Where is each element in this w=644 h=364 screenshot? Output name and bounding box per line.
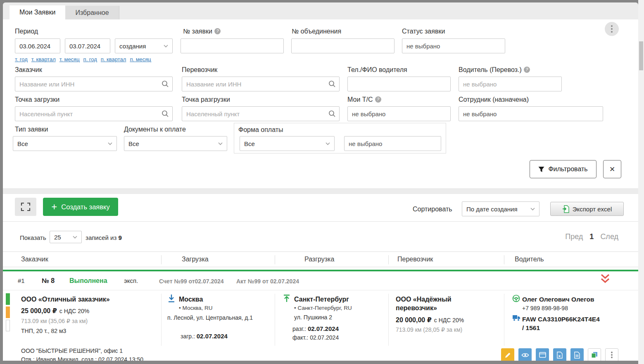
quick-link-prev-year[interactable]: п. год bbox=[83, 56, 97, 62]
quick-link-this-quarter[interactable]: т. квартал bbox=[31, 56, 56, 62]
owner-company: ООО "БЫСТРЫЕ РЕШЕНИЯ", офис 1 bbox=[21, 347, 123, 354]
help-icon[interactable] bbox=[214, 28, 221, 34]
status-bar-empty bbox=[6, 320, 10, 331]
truck-icon bbox=[512, 314, 520, 321]
customer-label: Заказчик bbox=[15, 66, 42, 74]
quick-link-this-year[interactable]: т. год bbox=[15, 56, 28, 62]
period-from-input[interactable] bbox=[15, 38, 60, 53]
pager: Пред 1 След bbox=[565, 232, 618, 241]
request-type-select[interactable]: Все bbox=[13, 136, 117, 151]
menu-dots-icon bbox=[611, 28, 613, 30]
tab-bar: Мои Заявки Избранное bbox=[3, 2, 638, 19]
carrier-input[interactable] bbox=[182, 77, 340, 91]
copy-button[interactable] bbox=[588, 348, 601, 361]
cargo-info: ТНП, 20 т., 82 м3 bbox=[21, 328, 66, 334]
carrier-distance: 713.09 км (28,05 ₽ за км) bbox=[396, 326, 462, 333]
doc-icon bbox=[574, 352, 580, 359]
request-type-label: Тип заявки bbox=[15, 126, 48, 133]
unloading-point-input[interactable] bbox=[182, 106, 340, 121]
edit-button[interactable] bbox=[501, 348, 514, 361]
sort-select[interactable]: По дате создания bbox=[462, 201, 539, 216]
my-vehicles-label: Мои Т/С bbox=[347, 96, 381, 103]
create-request-button[interactable]: Создать заявку bbox=[43, 198, 118, 216]
carrier-label: Перевозчик bbox=[182, 66, 217, 74]
customer-name: ООО «Отличный заказчик» bbox=[21, 295, 110, 304]
period-to-input[interactable] bbox=[65, 38, 110, 53]
export-excel-button[interactable]: Экспорт excel bbox=[550, 202, 624, 216]
panel-menu-button[interactable] bbox=[605, 22, 619, 36]
customer-input[interactable] bbox=[15, 77, 173, 91]
quick-link-prev-quarter[interactable]: п. квартал bbox=[101, 56, 126, 62]
filter-funnel-icon bbox=[538, 166, 544, 172]
payment-form-select[interactable]: Все bbox=[240, 136, 335, 151]
payment-docs-label: Документы к оплате bbox=[124, 126, 186, 133]
period-mode-select[interactable]: создания bbox=[115, 38, 173, 53]
loading-point-icon bbox=[167, 294, 176, 303]
help-icon[interactable] bbox=[524, 67, 530, 73]
trailer-number: / 1561 bbox=[522, 323, 540, 332]
employee-select[interactable]: не выбрано bbox=[459, 106, 603, 121]
column-divider bbox=[388, 294, 389, 346]
prev-page-button[interactable]: Пред bbox=[565, 232, 583, 241]
column-divider bbox=[388, 255, 389, 264]
filter-button[interactable]: Фильтровать bbox=[530, 160, 596, 178]
driver-select[interactable]: не выбрано bbox=[459, 77, 562, 91]
column-divider bbox=[504, 255, 504, 264]
row-index: #1 bbox=[18, 277, 25, 284]
column-divider bbox=[275, 294, 275, 346]
search-icon[interactable] bbox=[328, 80, 336, 88]
fullscreen-button[interactable] bbox=[15, 198, 36, 216]
unloading-point-label: Точка разгрузки bbox=[182, 96, 230, 103]
loading-point-input[interactable] bbox=[15, 106, 173, 121]
more-dots-icon bbox=[611, 354, 613, 356]
search-icon[interactable] bbox=[162, 80, 169, 88]
quick-link-prev-month[interactable]: п. месяц bbox=[130, 56, 151, 62]
search-icon[interactable] bbox=[328, 110, 336, 117]
column-divider bbox=[275, 255, 275, 264]
driver-phone-input[interactable] bbox=[347, 77, 451, 91]
app-window: Мои Заявки Избранное Период создания т. … bbox=[3, 2, 638, 361]
loading-region: Москва, RU bbox=[179, 305, 213, 311]
responsible-info: Отв.: Иванов Михаил, созд.: 02.07.2024 1… bbox=[21, 356, 143, 361]
customer-search bbox=[15, 77, 173, 91]
quick-link-this-month[interactable]: т. месяц bbox=[59, 56, 80, 62]
act-label: Акт №99 от 02.07.2024 bbox=[236, 278, 299, 285]
unloading-date: разг.: 02.07.2024 bbox=[292, 325, 339, 332]
tab-favorites[interactable]: Избранное bbox=[65, 6, 119, 19]
driver-label: Водитель (Перевоз.) bbox=[459, 66, 530, 74]
doc-excel-button[interactable] bbox=[553, 348, 566, 361]
collapse-row-button[interactable] bbox=[599, 274, 611, 285]
union-number-input[interactable] bbox=[291, 38, 394, 53]
more-button[interactable] bbox=[605, 348, 618, 361]
current-page[interactable]: 1 bbox=[589, 232, 594, 241]
reset-filter-button[interactable] bbox=[603, 160, 621, 178]
help-icon[interactable] bbox=[375, 96, 381, 103]
request-number-input[interactable] bbox=[181, 38, 284, 53]
doc-button[interactable] bbox=[570, 348, 584, 361]
col-driver: Водитель bbox=[515, 256, 544, 263]
page-size-select[interactable]: 25 bbox=[50, 231, 82, 243]
pagination-bar: Показать 25 записей из9 Пред 1 След bbox=[3, 221, 638, 245]
loading-city: Москва bbox=[179, 295, 203, 304]
search-icon[interactable] bbox=[162, 110, 169, 117]
view-button[interactable] bbox=[518, 348, 532, 361]
show-label: Показать bbox=[20, 234, 46, 241]
request-row: #1 № 8 Выполнена эксп. Счет №99 от02.07.… bbox=[3, 270, 638, 361]
filter-panel: Период создания т. год т. квартал т. мес… bbox=[3, 19, 638, 188]
payment-form-label: Форма оплаты bbox=[238, 126, 283, 134]
payment-form-extra-select[interactable]: не выбрано bbox=[344, 136, 441, 151]
tab-my-requests[interactable]: Мои Заявки bbox=[10, 5, 65, 19]
details-button[interactable] bbox=[536, 348, 549, 361]
chevron-down-icon bbox=[326, 142, 330, 145]
scrollbar[interactable] bbox=[638, 0, 644, 364]
next-page-button[interactable]: След bbox=[600, 232, 618, 241]
loading-date: загр.: 02.07.2024 bbox=[181, 333, 228, 340]
my-vehicles-select[interactable]: не выбрано bbox=[347, 106, 451, 121]
status-select[interactable]: не выбрано bbox=[402, 38, 505, 53]
sort-label: Сортировать bbox=[413, 206, 452, 213]
chevron-down-icon bbox=[164, 45, 168, 48]
unloading-fact-date: факт.: 02.07.2024 bbox=[292, 334, 339, 341]
plus-icon bbox=[51, 202, 57, 212]
payment-docs-select[interactable]: Все bbox=[124, 136, 227, 151]
scrollbar-thumb[interactable] bbox=[639, 41, 643, 70]
